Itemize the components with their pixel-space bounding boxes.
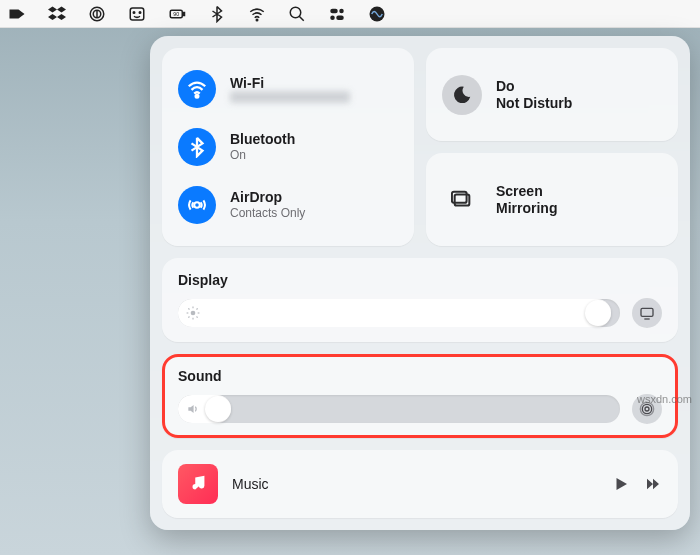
onepassword-icon[interactable] (88, 5, 106, 23)
svg-line-28 (188, 317, 189, 318)
airdrop-row[interactable]: AirDrop Contacts Only (176, 176, 400, 234)
svg-point-4 (133, 11, 135, 13)
bluetooth-icon (178, 128, 216, 166)
svg-line-26 (188, 308, 189, 309)
brightness-slider[interactable] (178, 299, 620, 327)
bluetooth-title: Bluetooth (230, 131, 295, 148)
bluetooth-icon[interactable] (208, 5, 226, 23)
network-card: Wi-Fi Bluetooth On AirDrop Contacts Only (162, 48, 414, 246)
svg-point-21 (191, 311, 196, 316)
svg-line-29 (197, 308, 198, 309)
finder-icon[interactable] (128, 5, 146, 23)
svg-rect-20 (452, 191, 467, 202)
display-options-button[interactable] (632, 298, 662, 328)
svg-point-13 (339, 8, 344, 13)
music-app-icon (178, 464, 218, 504)
menubar: 90 (0, 0, 700, 28)
svg-line-11 (299, 16, 304, 21)
svg-rect-30 (641, 308, 653, 316)
launcher-icon[interactable] (8, 5, 26, 23)
svg-point-9 (256, 19, 258, 21)
sound-card: Sound (162, 354, 678, 438)
svg-point-14 (330, 15, 335, 20)
wifi-subtitle (230, 91, 350, 103)
display-title: Display (178, 272, 662, 288)
dnd-label: Do Not Disturb (496, 78, 572, 112)
display-card: Display (162, 258, 678, 342)
svg-point-5 (139, 11, 141, 13)
speaker-icon (186, 402, 200, 416)
svg-point-32 (645, 407, 649, 411)
sun-icon (186, 306, 200, 320)
wifi-icon (178, 70, 216, 108)
moon-icon (442, 75, 482, 115)
siri-icon[interactable] (368, 5, 386, 23)
controlcenter-icon[interactable] (328, 5, 346, 23)
music-card[interactable]: Music (162, 450, 678, 518)
svg-point-18 (194, 202, 200, 208)
dropbox-icon[interactable] (48, 5, 66, 23)
music-title: Music (232, 476, 598, 492)
screen-mirroring-label: Screen Mirroring (496, 183, 557, 217)
wifi-title: Wi-Fi (230, 75, 350, 92)
svg-line-27 (197, 317, 198, 318)
svg-point-10 (290, 7, 301, 18)
search-icon[interactable] (288, 5, 306, 23)
airdrop-icon (178, 186, 216, 224)
svg-rect-15 (336, 15, 344, 20)
play-button[interactable] (612, 475, 630, 493)
sound-title: Sound (178, 368, 662, 384)
bluetooth-row[interactable]: Bluetooth On (176, 118, 400, 176)
fast-forward-button[interactable] (644, 475, 662, 493)
bluetooth-subtitle: On (230, 148, 295, 162)
svg-text:90: 90 (173, 11, 179, 17)
screen-mirroring-card[interactable]: Screen Mirroring (426, 153, 678, 246)
dnd-card[interactable]: Do Not Disturb (426, 48, 678, 141)
svg-rect-3 (130, 8, 144, 20)
screen-mirroring-icon (442, 180, 482, 220)
wifi-row[interactable]: Wi-Fi (176, 60, 400, 118)
svg-point-33 (642, 404, 651, 413)
watermark: wsxdn.com (637, 393, 692, 405)
battery-icon[interactable]: 90 (168, 5, 186, 23)
svg-rect-12 (330, 8, 338, 13)
volume-slider[interactable] (178, 395, 620, 423)
airdrop-subtitle: Contacts Only (230, 206, 305, 220)
control-center-panel: Wi-Fi Bluetooth On AirDrop Contacts Only (150, 36, 690, 530)
svg-rect-7 (183, 12, 185, 15)
airdrop-title: AirDrop (230, 189, 305, 206)
svg-point-17 (196, 95, 199, 98)
wifi-icon[interactable] (248, 5, 266, 23)
